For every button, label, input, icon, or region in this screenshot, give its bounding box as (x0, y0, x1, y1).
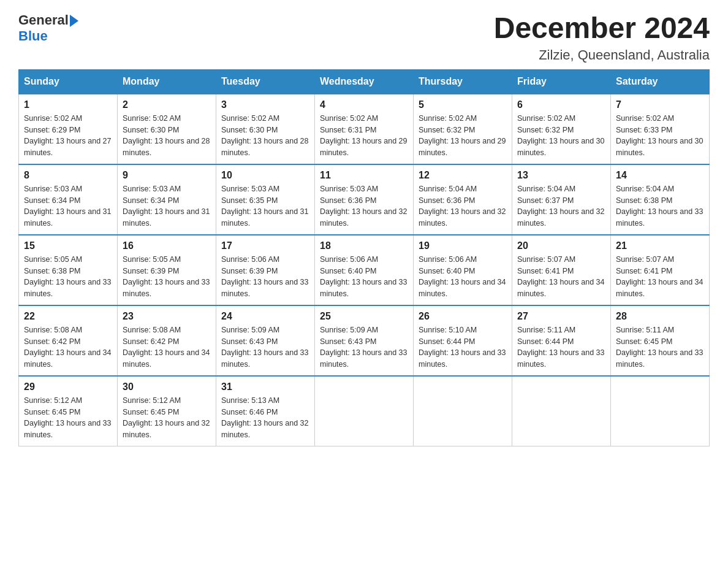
day-number: 6 (517, 99, 605, 110)
calendar-cell: 30Sunrise: 5:12 AMSunset: 6:45 PMDayligh… (118, 376, 216, 446)
calendar-week-2: 8Sunrise: 5:03 AMSunset: 6:34 PMDaylight… (19, 164, 710, 235)
day-info: Sunrise: 5:02 AMSunset: 6:30 PMDaylight:… (123, 113, 211, 159)
calendar-cell: 6Sunrise: 5:02 AMSunset: 6:32 PMDaylight… (512, 94, 611, 164)
header-saturday: Saturday (611, 69, 710, 94)
day-number: 27 (517, 311, 605, 322)
day-info: Sunrise: 5:02 AMSunset: 6:31 PMDaylight:… (320, 113, 408, 159)
calendar-cell: 4Sunrise: 5:02 AMSunset: 6:31 PMDaylight… (315, 94, 414, 164)
day-info: Sunrise: 5:12 AMSunset: 6:45 PMDaylight:… (24, 395, 112, 441)
calendar-cell: 12Sunrise: 5:04 AMSunset: 6:36 PMDayligh… (414, 164, 512, 235)
day-number: 21 (616, 240, 704, 251)
day-number: 8 (24, 170, 112, 181)
page-header: General Blue December 2024 Zilzie, Queen… (18, 12, 710, 63)
calendar-week-1: 1Sunrise: 5:02 AMSunset: 6:29 PMDaylight… (19, 94, 710, 164)
header-thursday: Thursday (414, 69, 512, 94)
day-number: 4 (320, 99, 408, 110)
day-number: 19 (419, 240, 507, 251)
calendar-cell: 25Sunrise: 5:09 AMSunset: 6:43 PMDayligh… (315, 305, 414, 376)
calendar-header-row: SundayMondayTuesdayWednesdayThursdayFrid… (19, 69, 710, 94)
day-number: 10 (221, 170, 309, 181)
calendar-week-5: 29Sunrise: 5:12 AMSunset: 6:45 PMDayligh… (19, 376, 710, 446)
calendar-cell: 7Sunrise: 5:02 AMSunset: 6:33 PMDaylight… (611, 94, 710, 164)
day-number: 20 (517, 240, 605, 251)
calendar-cell: 15Sunrise: 5:05 AMSunset: 6:38 PMDayligh… (19, 235, 118, 305)
logo-general: General (18, 12, 69, 28)
day-number: 24 (221, 311, 309, 322)
header-wednesday: Wednesday (315, 69, 414, 94)
day-info: Sunrise: 5:03 AMSunset: 6:34 PMDaylight:… (123, 183, 211, 229)
day-info: Sunrise: 5:04 AMSunset: 6:36 PMDaylight:… (419, 183, 507, 229)
day-info: Sunrise: 5:02 AMSunset: 6:32 PMDaylight:… (419, 113, 507, 159)
day-number: 5 (419, 99, 507, 110)
day-info: Sunrise: 5:05 AMSunset: 6:39 PMDaylight:… (123, 254, 211, 300)
calendar-cell: 31Sunrise: 5:13 AMSunset: 6:46 PMDayligh… (216, 376, 315, 446)
calendar-cell: 17Sunrise: 5:06 AMSunset: 6:39 PMDayligh… (216, 235, 315, 305)
day-number: 31 (221, 381, 309, 393)
calendar-cell: 21Sunrise: 5:07 AMSunset: 6:41 PMDayligh… (611, 235, 710, 305)
header-tuesday: Tuesday (216, 69, 315, 94)
day-number: 11 (320, 170, 408, 181)
day-number: 9 (123, 170, 211, 181)
calendar-cell (315, 376, 414, 446)
logo-arrow-icon (70, 15, 78, 27)
day-info: Sunrise: 5:08 AMSunset: 6:42 PMDaylight:… (123, 324, 211, 370)
calendar-cell: 9Sunrise: 5:03 AMSunset: 6:34 PMDaylight… (118, 164, 216, 235)
day-info: Sunrise: 5:06 AMSunset: 6:40 PMDaylight:… (320, 254, 408, 300)
day-number: 17 (221, 240, 309, 251)
day-number: 16 (123, 240, 211, 251)
calendar-cell (512, 376, 611, 446)
day-number: 18 (320, 240, 408, 251)
day-info: Sunrise: 5:11 AMSunset: 6:45 PMDaylight:… (616, 324, 704, 370)
day-number: 23 (123, 311, 211, 322)
calendar-table: SundayMondayTuesdayWednesdayThursdayFrid… (18, 69, 710, 446)
day-number: 26 (419, 311, 507, 322)
calendar-cell: 16Sunrise: 5:05 AMSunset: 6:39 PMDayligh… (118, 235, 216, 305)
day-number: 14 (616, 170, 704, 181)
calendar-cell: 14Sunrise: 5:04 AMSunset: 6:38 PMDayligh… (611, 164, 710, 235)
day-number: 22 (24, 311, 112, 322)
calendar-cell (611, 376, 710, 446)
calendar-cell: 24Sunrise: 5:09 AMSunset: 6:43 PMDayligh… (216, 305, 315, 376)
calendar-cell: 1Sunrise: 5:02 AMSunset: 6:29 PMDaylight… (19, 94, 118, 164)
logo-blue: Blue (18, 28, 48, 44)
day-number: 2 (123, 99, 211, 110)
calendar-cell: 5Sunrise: 5:02 AMSunset: 6:32 PMDaylight… (414, 94, 512, 164)
day-info: Sunrise: 5:06 AMSunset: 6:40 PMDaylight:… (419, 254, 507, 300)
header-friday: Friday (512, 69, 611, 94)
calendar-cell: 29Sunrise: 5:12 AMSunset: 6:45 PMDayligh… (19, 376, 118, 446)
day-info: Sunrise: 5:04 AMSunset: 6:37 PMDaylight:… (517, 183, 605, 229)
calendar-cell: 13Sunrise: 5:04 AMSunset: 6:37 PMDayligh… (512, 164, 611, 235)
day-number: 1 (24, 99, 112, 110)
calendar-cell (414, 376, 512, 446)
day-info: Sunrise: 5:03 AMSunset: 6:36 PMDaylight:… (320, 183, 408, 229)
calendar-cell: 26Sunrise: 5:10 AMSunset: 6:44 PMDayligh… (414, 305, 512, 376)
calendar-cell: 28Sunrise: 5:11 AMSunset: 6:45 PMDayligh… (611, 305, 710, 376)
day-number: 30 (123, 381, 211, 393)
location-title: Zilzie, Queensland, Australia (494, 47, 710, 63)
calendar-cell: 22Sunrise: 5:08 AMSunset: 6:42 PMDayligh… (19, 305, 118, 376)
day-info: Sunrise: 5:03 AMSunset: 6:34 PMDaylight:… (24, 183, 112, 229)
day-info: Sunrise: 5:05 AMSunset: 6:38 PMDaylight:… (24, 254, 112, 300)
day-number: 3 (221, 99, 309, 110)
calendar-cell: 11Sunrise: 5:03 AMSunset: 6:36 PMDayligh… (315, 164, 414, 235)
calendar-week-4: 22Sunrise: 5:08 AMSunset: 6:42 PMDayligh… (19, 305, 710, 376)
day-info: Sunrise: 5:02 AMSunset: 6:30 PMDaylight:… (221, 113, 309, 159)
day-info: Sunrise: 5:03 AMSunset: 6:35 PMDaylight:… (221, 183, 309, 229)
day-info: Sunrise: 5:04 AMSunset: 6:38 PMDaylight:… (616, 183, 704, 229)
calendar-cell: 23Sunrise: 5:08 AMSunset: 6:42 PMDayligh… (118, 305, 216, 376)
day-info: Sunrise: 5:11 AMSunset: 6:44 PMDaylight:… (517, 324, 605, 370)
day-number: 15 (24, 240, 112, 251)
day-info: Sunrise: 5:02 AMSunset: 6:32 PMDaylight:… (517, 113, 605, 159)
day-info: Sunrise: 5:08 AMSunset: 6:42 PMDaylight:… (24, 324, 112, 370)
day-info: Sunrise: 5:02 AMSunset: 6:33 PMDaylight:… (616, 113, 704, 159)
calendar-cell: 27Sunrise: 5:11 AMSunset: 6:44 PMDayligh… (512, 305, 611, 376)
day-number: 25 (320, 311, 408, 322)
calendar-cell: 3Sunrise: 5:02 AMSunset: 6:30 PMDaylight… (216, 94, 315, 164)
day-info: Sunrise: 5:09 AMSunset: 6:43 PMDaylight:… (320, 324, 408, 370)
day-info: Sunrise: 5:09 AMSunset: 6:43 PMDaylight:… (221, 324, 309, 370)
day-info: Sunrise: 5:07 AMSunset: 6:41 PMDaylight:… (616, 254, 704, 300)
header-monday: Monday (118, 69, 216, 94)
day-info: Sunrise: 5:06 AMSunset: 6:39 PMDaylight:… (221, 254, 309, 300)
calendar-cell: 19Sunrise: 5:06 AMSunset: 6:40 PMDayligh… (414, 235, 512, 305)
day-info: Sunrise: 5:10 AMSunset: 6:44 PMDaylight:… (419, 324, 507, 370)
